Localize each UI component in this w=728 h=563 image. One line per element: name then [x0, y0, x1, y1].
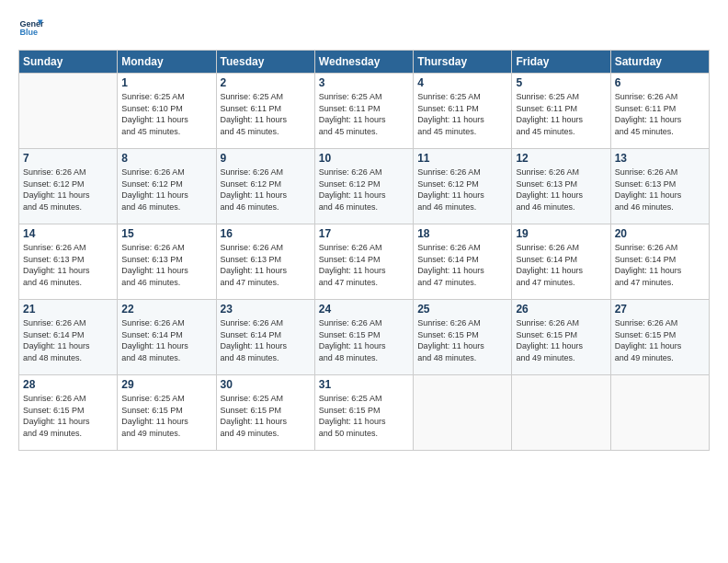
- day-number: 5: [516, 76, 606, 89]
- weekday-header-thursday: Thursday: [414, 51, 512, 74]
- calendar-cell: 24Sunrise: 6:26 AM Sunset: 6:15 PM Dayli…: [314, 300, 413, 375]
- day-info: Sunrise: 6:25 AM Sunset: 6:11 PM Dayligh…: [319, 91, 409, 137]
- day-number: 13: [615, 152, 705, 165]
- day-number: 9: [221, 152, 311, 165]
- weekday-header-friday: Friday: [512, 51, 610, 74]
- day-number: 17: [319, 227, 409, 240]
- calendar-cell: 8Sunrise: 6:26 AM Sunset: 6:12 PM Daylig…: [118, 149, 216, 224]
- calendar-cell: 1Sunrise: 6:25 AM Sunset: 6:10 PM Daylig…: [118, 74, 216, 149]
- day-number: 28: [23, 378, 113, 391]
- day-info: Sunrise: 6:26 AM Sunset: 6:12 PM Dayligh…: [319, 167, 409, 213]
- calendar-cell: 18Sunrise: 6:26 AM Sunset: 6:14 PM Dayli…: [414, 224, 512, 300]
- day-info: Sunrise: 6:26 AM Sunset: 6:14 PM Dayligh…: [417, 242, 507, 288]
- day-number: 30: [221, 378, 311, 391]
- calendar-cell: 14Sunrise: 6:26 AM Sunset: 6:13 PM Dayli…: [19, 224, 118, 300]
- weekday-header-saturday: Saturday: [610, 51, 709, 74]
- svg-text:Blue: Blue: [19, 28, 38, 37]
- day-info: Sunrise: 6:26 AM Sunset: 6:13 PM Dayligh…: [221, 242, 311, 288]
- week-row-3: 14Sunrise: 6:26 AM Sunset: 6:13 PM Dayli…: [19, 224, 710, 300]
- calendar-cell: 11Sunrise: 6:26 AM Sunset: 6:12 PM Dayli…: [414, 149, 512, 224]
- calendar-cell: 25Sunrise: 6:26 AM Sunset: 6:15 PM Dayli…: [414, 300, 512, 375]
- calendar-cell: [19, 74, 118, 149]
- day-info: Sunrise: 6:26 AM Sunset: 6:13 PM Dayligh…: [23, 242, 113, 288]
- calendar-cell: 9Sunrise: 6:26 AM Sunset: 6:12 PM Daylig…: [216, 149, 314, 224]
- day-number: 31: [319, 378, 409, 391]
- weekday-header-row: SundayMondayTuesdayWednesdayThursdayFrid…: [19, 51, 710, 74]
- day-number: 12: [516, 152, 606, 165]
- day-info: Sunrise: 6:26 AM Sunset: 6:15 PM Dayligh…: [615, 317, 705, 363]
- day-info: Sunrise: 6:26 AM Sunset: 6:12 PM Dayligh…: [221, 167, 311, 213]
- day-number: 1: [121, 76, 211, 89]
- weekday-header-tuesday: Tuesday: [216, 51, 314, 74]
- day-info: Sunrise: 6:26 AM Sunset: 6:12 PM Dayligh…: [23, 167, 113, 213]
- day-number: 22: [121, 303, 211, 316]
- calendar-cell: 15Sunrise: 6:26 AM Sunset: 6:13 PM Dayli…: [118, 224, 216, 300]
- day-number: 6: [615, 76, 705, 89]
- day-number: 26: [516, 303, 606, 316]
- day-info: Sunrise: 6:26 AM Sunset: 6:15 PM Dayligh…: [516, 317, 606, 363]
- weekday-header-sunday: Sunday: [19, 51, 118, 74]
- calendar-cell: [610, 375, 709, 451]
- calendar-cell: 30Sunrise: 6:25 AM Sunset: 6:15 PM Dayli…: [216, 375, 314, 451]
- calendar-cell: 26Sunrise: 6:26 AM Sunset: 6:15 PM Dayli…: [512, 300, 610, 375]
- calendar-cell: 29Sunrise: 6:25 AM Sunset: 6:15 PM Dayli…: [118, 375, 216, 451]
- day-number: 10: [319, 152, 409, 165]
- day-number: 3: [319, 76, 409, 89]
- calendar-cell: 17Sunrise: 6:26 AM Sunset: 6:14 PM Dayli…: [314, 224, 413, 300]
- day-number: 24: [319, 303, 409, 316]
- calendar-cell: 22Sunrise: 6:26 AM Sunset: 6:14 PM Dayli…: [118, 300, 216, 375]
- calendar-cell: 3Sunrise: 6:25 AM Sunset: 6:11 PM Daylig…: [314, 74, 413, 149]
- day-info: Sunrise: 6:26 AM Sunset: 6:12 PM Dayligh…: [417, 167, 507, 213]
- day-info: Sunrise: 6:26 AM Sunset: 6:13 PM Dayligh…: [121, 242, 211, 288]
- day-info: Sunrise: 6:26 AM Sunset: 6:15 PM Dayligh…: [417, 317, 507, 363]
- calendar-cell: 27Sunrise: 6:26 AM Sunset: 6:15 PM Dayli…: [610, 300, 709, 375]
- calendar-page: General Blue SundayMondayTuesdayWednesda…: [0, 0, 728, 563]
- calendar-cell: 10Sunrise: 6:26 AM Sunset: 6:12 PM Dayli…: [314, 149, 413, 224]
- day-info: Sunrise: 6:26 AM Sunset: 6:14 PM Dayligh…: [221, 317, 311, 363]
- day-number: 15: [121, 227, 211, 240]
- weekday-header-wednesday: Wednesday: [314, 51, 413, 74]
- day-info: Sunrise: 6:26 AM Sunset: 6:14 PM Dayligh…: [23, 317, 113, 363]
- day-number: 8: [121, 152, 211, 165]
- day-number: 11: [417, 152, 507, 165]
- calendar-cell: 2Sunrise: 6:25 AM Sunset: 6:11 PM Daylig…: [216, 74, 314, 149]
- calendar-cell: 19Sunrise: 6:26 AM Sunset: 6:14 PM Dayli…: [512, 224, 610, 300]
- calendar-cell: 12Sunrise: 6:26 AM Sunset: 6:13 PM Dayli…: [512, 149, 610, 224]
- day-number: 27: [615, 303, 705, 316]
- calendar-cell: 31Sunrise: 6:25 AM Sunset: 6:15 PM Dayli…: [314, 375, 413, 451]
- day-number: 21: [23, 303, 113, 316]
- calendar-cell: 6Sunrise: 6:26 AM Sunset: 6:11 PM Daylig…: [610, 74, 709, 149]
- day-info: Sunrise: 6:25 AM Sunset: 6:15 PM Dayligh…: [121, 393, 211, 439]
- day-info: Sunrise: 6:26 AM Sunset: 6:11 PM Dayligh…: [615, 91, 705, 137]
- day-number: 29: [121, 378, 211, 391]
- week-row-2: 7Sunrise: 6:26 AM Sunset: 6:12 PM Daylig…: [19, 149, 710, 224]
- day-info: Sunrise: 6:25 AM Sunset: 6:11 PM Dayligh…: [417, 91, 507, 137]
- calendar-cell: 28Sunrise: 6:26 AM Sunset: 6:15 PM Dayli…: [19, 375, 118, 451]
- day-number: 20: [615, 227, 705, 240]
- calendar-cell: 5Sunrise: 6:25 AM Sunset: 6:11 PM Daylig…: [512, 74, 610, 149]
- calendar-cell: 16Sunrise: 6:26 AM Sunset: 6:13 PM Dayli…: [216, 224, 314, 300]
- day-info: Sunrise: 6:26 AM Sunset: 6:14 PM Dayligh…: [615, 242, 705, 288]
- calendar-cell: 13Sunrise: 6:26 AM Sunset: 6:13 PM Dayli…: [610, 149, 709, 224]
- weekday-header-monday: Monday: [118, 51, 216, 74]
- week-row-1: 1Sunrise: 6:25 AM Sunset: 6:10 PM Daylig…: [19, 74, 710, 149]
- day-info: Sunrise: 6:26 AM Sunset: 6:14 PM Dayligh…: [319, 242, 409, 288]
- day-number: 19: [516, 227, 606, 240]
- day-info: Sunrise: 6:25 AM Sunset: 6:11 PM Dayligh…: [221, 91, 311, 137]
- day-number: 4: [417, 76, 507, 89]
- calendar-cell: 23Sunrise: 6:26 AM Sunset: 6:14 PM Dayli…: [216, 300, 314, 375]
- day-info: Sunrise: 6:26 AM Sunset: 6:15 PM Dayligh…: [23, 393, 113, 439]
- day-info: Sunrise: 6:25 AM Sunset: 6:15 PM Dayligh…: [319, 393, 409, 439]
- calendar-cell: 20Sunrise: 6:26 AM Sunset: 6:14 PM Dayli…: [610, 224, 709, 300]
- calendar-cell: 4Sunrise: 6:25 AM Sunset: 6:11 PM Daylig…: [414, 74, 512, 149]
- header: General Blue: [18, 15, 710, 40]
- day-info: Sunrise: 6:26 AM Sunset: 6:15 PM Dayligh…: [319, 317, 409, 363]
- day-info: Sunrise: 6:25 AM Sunset: 6:11 PM Dayligh…: [516, 91, 606, 137]
- logo-icon: General Blue: [18, 15, 44, 40]
- day-number: 23: [221, 303, 311, 316]
- day-number: 16: [221, 227, 311, 240]
- day-info: Sunrise: 6:26 AM Sunset: 6:13 PM Dayligh…: [615, 167, 705, 213]
- day-number: 18: [417, 227, 507, 240]
- day-number: 2: [221, 76, 311, 89]
- calendar-cell: [512, 375, 610, 451]
